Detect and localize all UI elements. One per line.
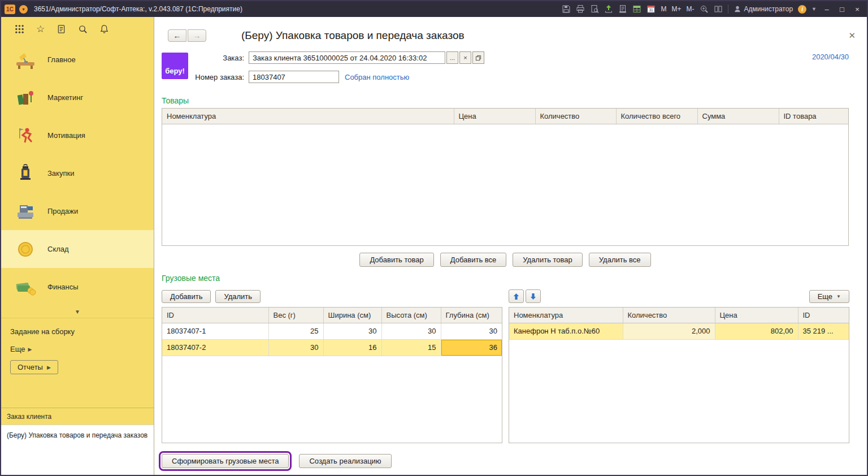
cargo-cell-weight[interactable]: 25 — [268, 323, 323, 339]
cargo-cell-height[interactable]: 30 — [381, 323, 441, 339]
cargo-cell-width[interactable]: 16 — [323, 339, 381, 356]
minimize-button[interactable]: – — [822, 5, 832, 14]
sidebar-item-finansy[interactable]: Финансы — [1, 268, 154, 306]
sidebar-task-link[interactable]: Задание на сборку — [10, 327, 145, 336]
info-icon[interactable]: i — [798, 5, 806, 14]
forward-button[interactable]: → — [188, 29, 206, 42]
form-cargo-places-button[interactable]: Сформировать грузовые места — [162, 454, 289, 468]
cargo-cell-width[interactable]: 30 — [323, 323, 381, 339]
runner-icon — [9, 126, 42, 146]
sidebar-item-motivatsiya[interactable]: Мотивация — [1, 116, 154, 154]
sidebar-more-label: Еще — [10, 345, 25, 353]
current-user-name: Администратор — [744, 5, 793, 13]
items-more-button[interactable]: Еще ▼ — [809, 290, 849, 303]
reports-button[interactable]: Отчеты ▶ — [10, 360, 58, 374]
print-preview-icon[interactable] — [590, 5, 599, 14]
close-window-button[interactable]: × — [852, 5, 862, 14]
order-clear-icon[interactable]: × — [459, 51, 471, 64]
cargo-cell-depth[interactable]: 30 — [441, 323, 502, 339]
zoom-icon[interactable] — [700, 5, 709, 14]
col-kolichestvo-vsego: Количество всего — [616, 109, 697, 124]
sidebar-spacer — [1, 379, 154, 408]
maximize-button[interactable]: □ — [837, 5, 847, 14]
items-more-label: Еще — [818, 292, 832, 301]
cargo-add-button[interactable]: Добавить — [162, 290, 211, 303]
cargo-delete-button[interactable]: Удалить — [215, 290, 261, 303]
desk-lamp-icon — [9, 50, 42, 70]
main-menu-dropdown-icon[interactable]: ▼ — [19, 5, 28, 14]
order-input[interactable] — [249, 51, 445, 64]
form-title: (Беру) Упаковка товаров и передача заказ… — [241, 29, 465, 42]
sidebar-more-button[interactable]: Еще ▶ — [10, 345, 32, 353]
print-icon[interactable] — [576, 5, 585, 14]
order-number-label: Номер заказа: — [194, 73, 244, 81]
cargo-toolbar: Добавить Удалить — [162, 289, 502, 304]
assembly-status-link[interactable]: Собран полностью — [345, 73, 409, 81]
col-tsena: Цена — [454, 109, 535, 124]
item-cell-id[interactable]: 35 219 ... — [798, 323, 849, 339]
notifications-bell-icon[interactable] — [99, 24, 109, 34]
items-pane: Еще ▼ Номенклатура Количество Цена — [509, 285, 849, 443]
calendar-icon[interactable]: 31 — [646, 5, 656, 14]
order-label: Заказ: — [194, 54, 244, 62]
col-kolichestvo: Количество — [535, 109, 616, 124]
menu-grid-icon[interactable] — [15, 24, 24, 34]
item-cell-qty[interactable]: 2,000 — [623, 323, 715, 339]
save-icon[interactable] — [562, 5, 571, 14]
sidebar-item-glavnoe[interactable]: Главное — [1, 41, 154, 79]
memory-m-button[interactable]: M — [661, 5, 666, 13]
sidebar-item-marketing[interactable]: Маркетинг — [1, 79, 154, 116]
memory-m-minus-button[interactable]: M- — [687, 5, 695, 13]
add-product-button[interactable]: Добавить товар — [359, 253, 433, 267]
history-icon[interactable] — [57, 24, 66, 34]
add-all-button[interactable]: Добавить все — [440, 253, 507, 267]
calculator-icon[interactable] — [632, 5, 641, 14]
favorites-star-icon[interactable]: ☆ — [36, 24, 45, 34]
cargo-cell-id[interactable]: 18037407-1 — [162, 323, 268, 339]
sidebar-item-label: Финансы — [47, 283, 79, 291]
order-number-input[interactable] — [249, 71, 339, 83]
item-cell-name[interactable]: Канефрон Н таб.п.о.№60 — [509, 323, 623, 339]
col-nomenklatura: Номенклатура — [162, 109, 454, 124]
split-columns-icon[interactable] — [714, 5, 723, 14]
cargo-cell-id[interactable]: 18037407-2 — [162, 339, 268, 356]
sidebar-item-label: Мотивация — [47, 131, 85, 140]
sidebar-item-label: Главное — [47, 55, 76, 64]
cargo-pane: Добавить Удалить ID Вес (г) Ширина (см) — [162, 285, 502, 443]
form-date: 2020/04/30 — [812, 51, 849, 61]
cargo-cell-height[interactable]: 15 — [381, 339, 441, 356]
current-user-button[interactable]: Администратор — [734, 5, 793, 13]
back-button[interactable]: ← — [168, 29, 186, 42]
col-glubina: Глубина (см) — [441, 308, 502, 323]
delete-all-button[interactable]: Удалить все — [589, 253, 651, 267]
memory-m-plus-button[interactable]: M+ — [671, 5, 681, 13]
export-icon[interactable] — [604, 5, 613, 14]
sidebar-item-sklad[interactable]: Склад — [1, 230, 154, 268]
chevron-down-icon[interactable]: ▼ — [811, 6, 817, 12]
order-open-icon[interactable] — [472, 51, 484, 64]
products-table-body-empty[interactable] — [162, 124, 848, 246]
move-down-icon[interactable] — [526, 289, 541, 303]
item-cell-price[interactable]: 802,00 — [715, 323, 798, 339]
cargo-table: ID Вес (г) Ширина (см) Высота (см) Глуби… — [162, 307, 502, 443]
cargo-header-row: ID Вес (г) Ширина (см) Высота (см) Глуби… — [162, 308, 502, 323]
cargo-cell-weight[interactable]: 30 — [268, 339, 323, 356]
delete-product-button[interactable]: Удалить товар — [513, 253, 583, 267]
sidebar-item-prodazhi[interactable]: Продажи — [1, 192, 154, 230]
sidebar-collapse-chevron-icon[interactable]: ▼ — [1, 306, 154, 318]
create-realization-button[interactable]: Создать реализацию — [299, 454, 391, 468]
1c-logo-icon: 1С — [5, 5, 15, 14]
order-select-button[interactable]: ... — [446, 51, 458, 64]
search-icon[interactable] — [78, 24, 88, 34]
move-up-icon[interactable] — [509, 289, 524, 303]
cargo-area: Добавить Удалить ID Вес (г) Ширина (см) — [162, 285, 849, 443]
items-row-selected: Канефрон Н таб.п.о.№60 2,000 802,00 35 2… — [509, 323, 849, 339]
open-window-item[interactable]: (Беру) Упаковка товаров и передача заказ… — [1, 425, 154, 475]
chevron-right-icon: ▶ — [28, 347, 32, 352]
close-form-icon[interactable]: ✕ — [846, 31, 858, 41]
sidebar-item-zakupki[interactable]: Закупки — [1, 154, 154, 192]
cargo-cell-depth-active[interactable]: 36 — [441, 339, 502, 356]
print-document-icon[interactable] — [618, 5, 627, 14]
items-header-row: Номенклатура Количество Цена ID — [509, 308, 849, 323]
books-icon — [9, 88, 42, 108]
